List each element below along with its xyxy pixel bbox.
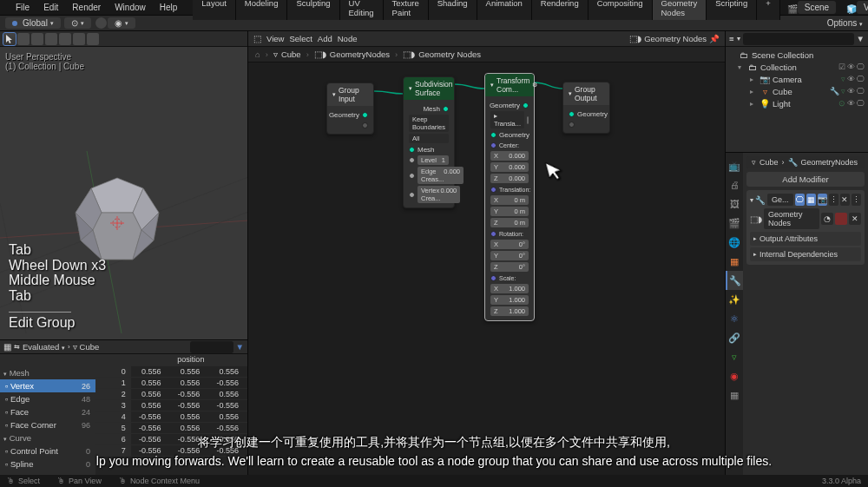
tab-sculpting[interactable]: Sculpting (287, 0, 339, 20)
options-dropdown[interactable]: Options ▾ (827, 18, 863, 28)
tab-uv[interactable]: UV Editing (340, 0, 384, 20)
tool-3[interactable] (31, 33, 43, 45)
tab-shading[interactable]: Shading (429, 0, 477, 20)
proportional-edit[interactable]: ◉ ▾ (108, 17, 135, 29)
prop-tab-data[interactable]: ▿ (726, 347, 743, 366)
menu-help[interactable]: Help (153, 1, 185, 14)
cat-vertex[interactable]: ▫ Vertex26 (0, 379, 95, 392)
prop-tab-texture[interactable]: ▦ (726, 385, 743, 405)
home-icon[interactable]: ⌂ (255, 49, 260, 59)
prop-tab-constraints[interactable]: 🔗 (726, 328, 743, 347)
node-group-output[interactable]: ▾Group Output Geometry (562, 82, 610, 134)
header-view[interactable]: View (266, 34, 284, 43)
crumb-gn-group[interactable]: ⬚◗ Geometry Nodes (403, 49, 481, 59)
crumb-gn-mod[interactable]: ⬚◗ GeometryNodes (314, 49, 390, 59)
tab-add[interactable]: + (757, 0, 780, 20)
nodegroup-field[interactable]: Geometry Nodes (764, 208, 819, 229)
tab-animation[interactable]: Animation (477, 0, 532, 20)
internal-dependencies[interactable]: ▸Internal Dependencies (750, 247, 861, 261)
tool-4[interactable] (45, 33, 57, 45)
menu-render[interactable]: Render (65, 1, 108, 14)
viewport-toolbar (0, 31, 247, 47)
table-row[interactable]: 30.556-0.556-0.556 (95, 400, 247, 411)
spreadsheet-icon: ▦ (3, 342, 11, 352)
prop-tab-viewlayer[interactable]: 🖼 (726, 194, 743, 214)
nodegroup-name[interactable]: Geometry Nodes (644, 34, 707, 43)
tab-modeling[interactable]: Modeling (236, 0, 288, 20)
table-row[interactable]: 10.5560.556-0.556 (95, 378, 247, 389)
tab-texture[interactable]: Texture Paint (384, 0, 429, 20)
tab-scripting[interactable]: Scripting (707, 0, 757, 20)
tab-compositing[interactable]: Compositing (589, 0, 653, 20)
table-row[interactable]: 5-0.5560.556-0.556 (95, 423, 247, 434)
tool-5[interactable] (59, 33, 71, 45)
orientation-selector[interactable]: Global ▾ (5, 17, 61, 29)
add-modifier-button[interactable]: Add Modifier (746, 172, 865, 187)
tab-layout[interactable]: Layout (193, 0, 236, 20)
prop-tab-render[interactable]: 📺 (726, 156, 743, 175)
outliner-light[interactable]: ▸💡Light ⊙👁🖵 (727, 97, 866, 109)
mod-close-icon[interactable]: ✕ (840, 194, 850, 206)
viewport-3d[interactable]: User Perspective (1) Collection | Cube (0, 47, 247, 339)
cat-edge[interactable]: ▫ Edge48 (0, 392, 95, 405)
snap-selector[interactable]: ⊙ ▾ (64, 17, 91, 29)
pin-icon[interactable]: 📌 (709, 34, 720, 43)
tool-7[interactable] (87, 33, 99, 45)
outliner-cube[interactable]: ▸▿Cube 🔧▿👁🖵 (727, 85, 866, 97)
outliner-icon: ≡ (729, 34, 734, 43)
select-box-tool[interactable] (17, 33, 30, 45)
viewlayer-selector[interactable]: ViewLayer (857, 1, 868, 14)
prop-tab-output[interactable]: 🖨 (726, 175, 743, 194)
mod-realtime-icon[interactable]: 🖵 (795, 194, 805, 206)
prop-tab-scene[interactable]: 🎬 (726, 214, 743, 233)
node-canvas[interactable]: ▾Group Input Geometry ▾Subdivision Surfa… (248, 63, 725, 487)
output-attributes[interactable]: ▸Output Attributes (750, 232, 861, 246)
prop-tab-world[interactable]: 🌐 (726, 233, 743, 252)
spreadsheet-search[interactable] (190, 341, 233, 353)
menu-window[interactable]: Window (108, 1, 153, 14)
node-transform[interactable]: ▾Transform Com...⚙ Geometry ▸ Transla...… (484, 73, 535, 321)
modifier-name[interactable]: Ge... (767, 194, 793, 206)
node-group-input[interactable]: ▾Group Input Geometry (326, 82, 374, 135)
prop-tab-object[interactable]: ▦ (726, 252, 743, 271)
prop-tab-particles[interactable]: ✨ (726, 290, 743, 309)
mod-editmode-icon[interactable]: ▦ (806, 194, 816, 206)
mod-menu-icon[interactable]: ⋮ (852, 194, 861, 206)
unlink-icon[interactable] (835, 213, 847, 225)
editor-type-icon[interactable]: ⬚ (253, 34, 261, 43)
cursor-tool[interactable] (3, 33, 16, 45)
crumb-cube[interactable]: ▿ Cube (273, 49, 301, 59)
outliner-camera[interactable]: ▸📷Camera ▿👁🖵 (727, 73, 866, 85)
menu-file[interactable]: File (9, 1, 36, 14)
outliner-collection[interactable]: ▾🗀Collection ☑👁🖵 (727, 61, 866, 73)
cat-face-corner[interactable]: ▫ Face Corner96 (0, 418, 95, 431)
mod-extra-icon[interactable]: ⋮ (829, 194, 838, 206)
filter-icon[interactable]: ▼ (236, 342, 244, 352)
outliner-search[interactable] (743, 33, 854, 45)
new-icon[interactable]: ✕ (849, 213, 861, 225)
outliner-scene-collection[interactable]: 🗀Scene Collection (727, 49, 866, 61)
mod-render-icon[interactable]: 📷 (818, 194, 827, 206)
cube-data-icon: ▿ (73, 342, 77, 352)
header-add[interactable]: Add (318, 34, 332, 43)
object-selector[interactable]: Cube (80, 342, 100, 352)
prop-tab-material[interactable]: ◉ (726, 366, 743, 385)
domain-selector[interactable]: Evaluated ▾ (23, 342, 65, 352)
table-row[interactable]: 00.5560.5560.556 (95, 366, 247, 378)
snap-toggle[interactable] (95, 17, 107, 29)
tab-geometry-nodes[interactable]: Geometry Nodes (653, 0, 707, 20)
table-row[interactable]: 20.556-0.5560.556 (95, 389, 247, 400)
tab-rendering[interactable]: Rendering (532, 0, 589, 20)
filter-icon[interactable]: ▼ (857, 34, 865, 43)
tool-6[interactable] (73, 33, 85, 45)
prop-tab-physics[interactable]: ⚛ (726, 309, 743, 328)
header-node[interactable]: Node (338, 34, 358, 43)
cat-face[interactable]: ▫ Face24 (0, 405, 95, 418)
table-row[interactable]: 4-0.5560.5560.556 (95, 411, 247, 423)
header-select[interactable]: Select (289, 34, 312, 43)
menu-edit[interactable]: Edit (36, 1, 65, 14)
prop-tab-modifiers[interactable]: 🔧 (726, 271, 743, 290)
users-icon[interactable]: ◔ (821, 213, 833, 225)
node-subdivision-surface[interactable]: ▾Subdivision Surface Mesh Keep Boundarie… (403, 76, 455, 208)
scene-selector[interactable]: Scene (798, 1, 836, 14)
